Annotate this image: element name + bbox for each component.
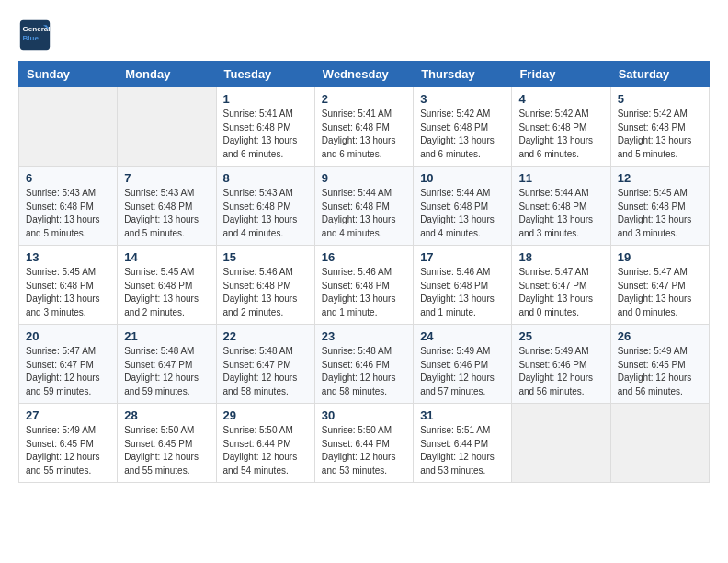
day-detail: Sunrise: 5:46 AM Sunset: 6:48 PM Dayligh… bbox=[223, 266, 308, 319]
calendar-cell: 17Sunrise: 5:46 AM Sunset: 6:48 PM Dayli… bbox=[414, 246, 512, 325]
day-detail: Sunrise: 5:43 AM Sunset: 6:48 PM Dayligh… bbox=[124, 187, 209, 240]
calendar-cell: 28Sunrise: 5:50 AM Sunset: 6:45 PM Dayli… bbox=[118, 404, 216, 483]
calendar-cell: 26Sunrise: 5:49 AM Sunset: 6:45 PM Dayli… bbox=[610, 325, 709, 404]
day-detail: Sunrise: 5:45 AM Sunset: 6:48 PM Dayligh… bbox=[618, 187, 702, 240]
calendar-cell bbox=[512, 404, 610, 483]
day-number: 12 bbox=[618, 171, 702, 185]
day-detail: Sunrise: 5:48 AM Sunset: 6:46 PM Dayligh… bbox=[322, 345, 406, 398]
calendar-cell: 10Sunrise: 5:44 AM Sunset: 6:48 PM Dayli… bbox=[414, 167, 512, 246]
calendar-cell: 12Sunrise: 5:45 AM Sunset: 6:48 PM Dayli… bbox=[610, 167, 709, 246]
day-detail: Sunrise: 5:47 AM Sunset: 6:47 PM Dayligh… bbox=[518, 266, 603, 319]
day-detail: Sunrise: 5:51 AM Sunset: 6:44 PM Dayligh… bbox=[420, 424, 505, 477]
day-detail: Sunrise: 5:50 AM Sunset: 6:44 PM Dayligh… bbox=[322, 424, 406, 477]
calendar-cell: 4Sunrise: 5:42 AM Sunset: 6:48 PM Daylig… bbox=[512, 87, 610, 167]
calendar-cell: 7Sunrise: 5:43 AM Sunset: 6:48 PM Daylig… bbox=[118, 167, 216, 246]
day-detail: Sunrise: 5:49 AM Sunset: 6:46 PM Dayligh… bbox=[518, 345, 603, 398]
calendar-header-wednesday: Wednesday bbox=[314, 62, 413, 87]
day-detail: Sunrise: 5:44 AM Sunset: 6:48 PM Dayligh… bbox=[322, 187, 406, 240]
calendar-cell: 16Sunrise: 5:46 AM Sunset: 6:48 PM Dayli… bbox=[314, 246, 413, 325]
day-number: 13 bbox=[26, 250, 110, 264]
calendar-header-tuesday: Tuesday bbox=[216, 62, 314, 87]
day-number: 15 bbox=[223, 250, 308, 264]
calendar-cell: 1Sunrise: 5:41 AM Sunset: 6:48 PM Daylig… bbox=[216, 87, 314, 167]
day-number: 1 bbox=[223, 92, 308, 106]
day-detail: Sunrise: 5:43 AM Sunset: 6:48 PM Dayligh… bbox=[26, 187, 110, 240]
day-number: 27 bbox=[26, 408, 110, 422]
calendar-cell bbox=[118, 87, 216, 167]
day-detail: Sunrise: 5:49 AM Sunset: 6:45 PM Dayligh… bbox=[618, 345, 702, 398]
calendar-cell: 14Sunrise: 5:45 AM Sunset: 6:48 PM Dayli… bbox=[118, 246, 216, 325]
day-number: 3 bbox=[420, 92, 505, 106]
day-detail: Sunrise: 5:48 AM Sunset: 6:47 PM Dayligh… bbox=[124, 345, 209, 398]
calendar-cell: 20Sunrise: 5:47 AM Sunset: 6:47 PM Dayli… bbox=[19, 325, 118, 404]
day-number: 30 bbox=[322, 408, 406, 422]
day-detail: Sunrise: 5:44 AM Sunset: 6:48 PM Dayligh… bbox=[420, 187, 505, 240]
day-number: 5 bbox=[618, 92, 702, 106]
calendar-cell: 3Sunrise: 5:42 AM Sunset: 6:48 PM Daylig… bbox=[414, 87, 512, 167]
calendar-cell: 24Sunrise: 5:49 AM Sunset: 6:46 PM Dayli… bbox=[414, 325, 512, 404]
day-number: 26 bbox=[618, 329, 702, 343]
calendar-header-friday: Friday bbox=[512, 62, 610, 87]
calendar-cell: 2Sunrise: 5:41 AM Sunset: 6:48 PM Daylig… bbox=[314, 87, 413, 167]
day-detail: Sunrise: 5:46 AM Sunset: 6:48 PM Dayligh… bbox=[420, 266, 505, 319]
day-detail: Sunrise: 5:48 AM Sunset: 6:47 PM Dayligh… bbox=[223, 345, 308, 398]
svg-text:Blue: Blue bbox=[23, 34, 40, 42]
day-number: 28 bbox=[124, 408, 209, 422]
day-detail: Sunrise: 5:47 AM Sunset: 6:47 PM Dayligh… bbox=[26, 345, 110, 398]
day-number: 19 bbox=[618, 250, 702, 264]
day-detail: Sunrise: 5:46 AM Sunset: 6:48 PM Dayligh… bbox=[322, 266, 406, 319]
calendar-week-4: 20Sunrise: 5:47 AM Sunset: 6:47 PM Dayli… bbox=[19, 325, 710, 404]
calendar-cell: 25Sunrise: 5:49 AM Sunset: 6:46 PM Dayli… bbox=[512, 325, 610, 404]
logo-icon: General Blue bbox=[18, 18, 51, 52]
day-detail: Sunrise: 5:45 AM Sunset: 6:48 PM Dayligh… bbox=[26, 266, 110, 319]
day-number: 20 bbox=[26, 329, 110, 343]
calendar-cell: 29Sunrise: 5:50 AM Sunset: 6:44 PM Dayli… bbox=[216, 404, 314, 483]
day-detail: Sunrise: 5:44 AM Sunset: 6:48 PM Dayligh… bbox=[518, 187, 603, 240]
calendar-header-sunday: Sunday bbox=[19, 62, 118, 87]
day-detail: Sunrise: 5:42 AM Sunset: 6:48 PM Dayligh… bbox=[420, 108, 505, 161]
day-number: 31 bbox=[420, 408, 505, 422]
calendar-cell: 5Sunrise: 5:42 AM Sunset: 6:48 PM Daylig… bbox=[610, 87, 709, 167]
calendar-header-monday: Monday bbox=[118, 62, 216, 87]
calendar-cell bbox=[610, 404, 709, 483]
day-number: 7 bbox=[124, 171, 209, 185]
calendar-cell: 15Sunrise: 5:46 AM Sunset: 6:48 PM Dayli… bbox=[216, 246, 314, 325]
day-number: 16 bbox=[322, 250, 406, 264]
day-number: 9 bbox=[322, 171, 406, 185]
day-detail: Sunrise: 5:41 AM Sunset: 6:48 PM Dayligh… bbox=[223, 108, 308, 161]
calendar-cell: 30Sunrise: 5:50 AM Sunset: 6:44 PM Dayli… bbox=[314, 404, 413, 483]
calendar-cell: 11Sunrise: 5:44 AM Sunset: 6:48 PM Dayli… bbox=[512, 167, 610, 246]
day-detail: Sunrise: 5:42 AM Sunset: 6:48 PM Dayligh… bbox=[618, 108, 702, 161]
calendar-week-1: 1Sunrise: 5:41 AM Sunset: 6:48 PM Daylig… bbox=[19, 87, 710, 167]
calendar-cell: 31Sunrise: 5:51 AM Sunset: 6:44 PM Dayli… bbox=[414, 404, 512, 483]
day-number: 17 bbox=[420, 250, 505, 264]
day-number: 25 bbox=[518, 329, 603, 343]
day-number: 14 bbox=[124, 250, 209, 264]
day-number: 21 bbox=[124, 329, 209, 343]
logo: General Blue bbox=[18, 18, 55, 52]
calendar-cell: 22Sunrise: 5:48 AM Sunset: 6:47 PM Dayli… bbox=[216, 325, 314, 404]
calendar-cell: 9Sunrise: 5:44 AM Sunset: 6:48 PM Daylig… bbox=[314, 167, 413, 246]
day-number: 24 bbox=[420, 329, 505, 343]
calendar-week-5: 27Sunrise: 5:49 AM Sunset: 6:45 PM Dayli… bbox=[19, 404, 710, 483]
day-number: 2 bbox=[322, 92, 406, 106]
calendar-header-row: SundayMondayTuesdayWednesdayThursdayFrid… bbox=[19, 62, 710, 87]
calendar-cell: 8Sunrise: 5:43 AM Sunset: 6:48 PM Daylig… bbox=[216, 167, 314, 246]
day-number: 6 bbox=[26, 171, 110, 185]
day-detail: Sunrise: 5:47 AM Sunset: 6:47 PM Dayligh… bbox=[618, 266, 702, 319]
calendar-cell: 18Sunrise: 5:47 AM Sunset: 6:47 PM Dayli… bbox=[512, 246, 610, 325]
day-number: 8 bbox=[223, 171, 308, 185]
page-header: General Blue bbox=[18, 18, 710, 52]
day-detail: Sunrise: 5:50 AM Sunset: 6:44 PM Dayligh… bbox=[223, 424, 308, 477]
day-number: 29 bbox=[223, 408, 308, 422]
calendar-header-saturday: Saturday bbox=[610, 62, 709, 87]
day-detail: Sunrise: 5:41 AM Sunset: 6:48 PM Dayligh… bbox=[322, 108, 406, 161]
day-detail: Sunrise: 5:49 AM Sunset: 6:46 PM Dayligh… bbox=[420, 345, 505, 398]
calendar-header-thursday: Thursday bbox=[414, 62, 512, 87]
calendar-cell: 21Sunrise: 5:48 AM Sunset: 6:47 PM Dayli… bbox=[118, 325, 216, 404]
day-detail: Sunrise: 5:50 AM Sunset: 6:45 PM Dayligh… bbox=[124, 424, 209, 477]
calendar-table: SundayMondayTuesdayWednesdayThursdayFrid… bbox=[18, 61, 710, 483]
calendar-body: 1Sunrise: 5:41 AM Sunset: 6:48 PM Daylig… bbox=[19, 87, 710, 483]
day-number: 11 bbox=[518, 171, 603, 185]
day-detail: Sunrise: 5:49 AM Sunset: 6:45 PM Dayligh… bbox=[26, 424, 110, 477]
